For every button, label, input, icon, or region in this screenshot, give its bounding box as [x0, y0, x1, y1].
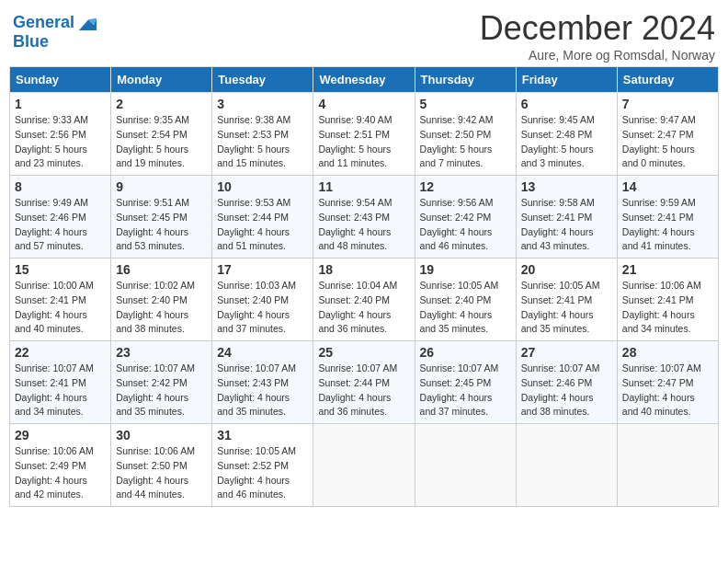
- day-info: Sunrise: 9:45 AM Sunset: 2:48 PM Dayligh…: [521, 114, 595, 168]
- calendar-week-1: 1 Sunrise: 9:33 AM Sunset: 2:56 PM Dayli…: [10, 93, 719, 176]
- calendar-cell: 7 Sunrise: 9:47 AM Sunset: 2:47 PM Dayli…: [617, 93, 718, 176]
- calendar-cell: 10 Sunrise: 9:53 AM Sunset: 2:44 PM Dayl…: [212, 176, 313, 259]
- day-number: 18: [318, 262, 409, 277]
- day-info: Sunrise: 10:07 AM Sunset: 2:45 PM Daylig…: [420, 362, 499, 417]
- calendar-cell: 27 Sunrise: 10:07 AM Sunset: 2:46 PM Day…: [516, 341, 617, 424]
- logo-text: General: [13, 14, 74, 32]
- calendar-cell: 26 Sunrise: 10:07 AM Sunset: 2:45 PM Day…: [415, 341, 516, 424]
- calendar-cell: 14 Sunrise: 9:59 AM Sunset: 2:41 PM Dayl…: [617, 176, 718, 259]
- calendar-cell: 19 Sunrise: 10:05 AM Sunset: 2:40 PM Day…: [415, 259, 516, 341]
- col-header-thursday: Thursday: [415, 67, 516, 93]
- logo-text-blue: Blue: [13, 33, 97, 52]
- day-number: 1: [15, 97, 106, 111]
- day-number: 25: [318, 345, 409, 360]
- page-header: General Blue December 2024 Aure, More og…: [9, 9, 719, 63]
- calendar-cell: 11 Sunrise: 9:54 AM Sunset: 2:43 PM Dayl…: [313, 176, 415, 259]
- calendar-cell: 21 Sunrise: 10:06 AM Sunset: 2:41 PM Day…: [617, 259, 718, 341]
- day-info: Sunrise: 9:56 AM Sunset: 2:42 PM Dayligh…: [420, 197, 494, 251]
- day-number: 6: [521, 97, 612, 111]
- day-info: Sunrise: 9:33 AM Sunset: 2:56 PM Dayligh…: [15, 114, 88, 168]
- day-number: 17: [217, 262, 308, 277]
- calendar-cell: 6 Sunrise: 9:45 AM Sunset: 2:48 PM Dayli…: [516, 93, 617, 176]
- calendar-cell: 22 Sunrise: 10:07 AM Sunset: 2:41 PM Day…: [10, 341, 111, 424]
- day-info: Sunrise: 10:07 AM Sunset: 2:43 PM Daylig…: [217, 362, 296, 417]
- day-number: 29: [15, 428, 106, 442]
- calendar-header-row: SundayMondayTuesdayWednesdayThursdayFrid…: [10, 67, 719, 93]
- day-info: Sunrise: 10:07 AM Sunset: 2:42 PM Daylig…: [116, 362, 195, 417]
- calendar-cell: [617, 424, 718, 507]
- calendar-cell: [313, 424, 415, 507]
- day-number: 12: [420, 179, 511, 194]
- calendar-cell: [415, 424, 516, 507]
- day-info: Sunrise: 9:53 AM Sunset: 2:44 PM Dayligh…: [217, 197, 290, 251]
- location-subtitle: Aure, More og Romsdal, Norway: [480, 48, 715, 63]
- calendar-cell: 15 Sunrise: 10:00 AM Sunset: 2:41 PM Day…: [10, 259, 111, 341]
- month-title: December 2024: [480, 9, 715, 48]
- day-number: 14: [622, 179, 713, 194]
- day-number: 7: [622, 97, 713, 111]
- day-info: Sunrise: 10:05 AM Sunset: 2:52 PM Daylig…: [217, 445, 296, 500]
- day-number: 19: [420, 262, 511, 277]
- calendar-cell: 18 Sunrise: 10:04 AM Sunset: 2:40 PM Day…: [313, 259, 415, 341]
- logo-icon: [76, 13, 97, 33]
- day-number: 27: [521, 345, 612, 360]
- calendar-week-4: 22 Sunrise: 10:07 AM Sunset: 2:41 PM Day…: [10, 341, 719, 424]
- day-number: 15: [15, 262, 106, 277]
- day-number: 23: [116, 345, 207, 360]
- day-info: Sunrise: 9:35 AM Sunset: 2:54 PM Dayligh…: [116, 114, 189, 168]
- day-info: Sunrise: 9:42 AM Sunset: 2:50 PM Dayligh…: [420, 114, 494, 168]
- calendar-cell: 13 Sunrise: 9:58 AM Sunset: 2:41 PM Dayl…: [516, 176, 617, 259]
- day-info: Sunrise: 10:07 AM Sunset: 2:47 PM Daylig…: [622, 362, 701, 417]
- calendar-cell: 20 Sunrise: 10:05 AM Sunset: 2:41 PM Day…: [516, 259, 617, 341]
- calendar-cell: 29 Sunrise: 10:06 AM Sunset: 2:49 PM Day…: [10, 424, 111, 507]
- calendar-cell: 2 Sunrise: 9:35 AM Sunset: 2:54 PM Dayli…: [111, 93, 212, 176]
- col-header-wednesday: Wednesday: [313, 67, 415, 93]
- col-header-friday: Friday: [516, 67, 617, 93]
- day-info: Sunrise: 9:59 AM Sunset: 2:41 PM Dayligh…: [622, 197, 696, 251]
- calendar-table: SundayMondayTuesdayWednesdayThursdayFrid…: [9, 66, 719, 507]
- calendar-cell: 4 Sunrise: 9:40 AM Sunset: 2:51 PM Dayli…: [313, 93, 415, 176]
- calendar-week-2: 8 Sunrise: 9:49 AM Sunset: 2:46 PM Dayli…: [10, 176, 719, 259]
- day-info: Sunrise: 9:54 AM Sunset: 2:43 PM Dayligh…: [318, 197, 392, 251]
- day-number: 26: [420, 345, 511, 360]
- day-info: Sunrise: 9:58 AM Sunset: 2:41 PM Dayligh…: [521, 197, 595, 251]
- day-info: Sunrise: 10:05 AM Sunset: 2:40 PM Daylig…: [420, 280, 499, 334]
- day-info: Sunrise: 10:06 AM Sunset: 2:41 PM Daylig…: [622, 280, 701, 334]
- calendar-cell: 24 Sunrise: 10:07 AM Sunset: 2:43 PM Day…: [212, 341, 313, 424]
- col-header-saturday: Saturday: [617, 67, 718, 93]
- calendar-cell: 9 Sunrise: 9:51 AM Sunset: 2:45 PM Dayli…: [111, 176, 212, 259]
- day-number: 9: [116, 179, 207, 194]
- calendar-cell: 3 Sunrise: 9:38 AM Sunset: 2:53 PM Dayli…: [212, 93, 313, 176]
- day-info: Sunrise: 10:07 AM Sunset: 2:44 PM Daylig…: [318, 362, 397, 417]
- logo: General Blue: [13, 13, 97, 52]
- day-info: Sunrise: 10:04 AM Sunset: 2:40 PM Daylig…: [318, 280, 397, 334]
- day-number: 22: [15, 345, 106, 360]
- day-info: Sunrise: 10:02 AM Sunset: 2:40 PM Daylig…: [116, 280, 195, 334]
- col-header-tuesday: Tuesday: [212, 67, 313, 93]
- calendar-cell: 25 Sunrise: 10:07 AM Sunset: 2:44 PM Day…: [313, 341, 415, 424]
- day-info: Sunrise: 10:06 AM Sunset: 2:50 PM Daylig…: [116, 445, 195, 500]
- calendar-cell: 28 Sunrise: 10:07 AM Sunset: 2:47 PM Day…: [617, 341, 718, 424]
- calendar-cell: 16 Sunrise: 10:02 AM Sunset: 2:40 PM Day…: [111, 259, 212, 341]
- day-number: 11: [318, 179, 409, 194]
- day-info: Sunrise: 10:07 AM Sunset: 2:41 PM Daylig…: [15, 362, 94, 417]
- calendar-cell: 8 Sunrise: 9:49 AM Sunset: 2:46 PM Dayli…: [10, 176, 111, 259]
- title-block: December 2024 Aure, More og Romsdal, Nor…: [480, 9, 715, 63]
- calendar-week-3: 15 Sunrise: 10:00 AM Sunset: 2:41 PM Day…: [10, 259, 719, 341]
- calendar-cell: 23 Sunrise: 10:07 AM Sunset: 2:42 PM Day…: [111, 341, 212, 424]
- day-number: 3: [217, 97, 308, 111]
- day-info: Sunrise: 9:47 AM Sunset: 2:47 PM Dayligh…: [622, 114, 696, 168]
- calendar-week-5: 29 Sunrise: 10:06 AM Sunset: 2:49 PM Day…: [10, 424, 719, 507]
- calendar-cell: 5 Sunrise: 9:42 AM Sunset: 2:50 PM Dayli…: [415, 93, 516, 176]
- day-number: 31: [217, 428, 308, 442]
- calendar-cell: 1 Sunrise: 9:33 AM Sunset: 2:56 PM Dayli…: [10, 93, 111, 176]
- day-info: Sunrise: 9:38 AM Sunset: 2:53 PM Dayligh…: [217, 114, 290, 168]
- day-number: 28: [622, 345, 713, 360]
- calendar-cell: 30 Sunrise: 10:06 AM Sunset: 2:50 PM Day…: [111, 424, 212, 507]
- calendar-cell: [516, 424, 617, 507]
- calendar-cell: 17 Sunrise: 10:03 AM Sunset: 2:40 PM Day…: [212, 259, 313, 341]
- day-number: 30: [116, 428, 207, 442]
- col-header-monday: Monday: [111, 67, 212, 93]
- day-number: 13: [521, 179, 612, 194]
- day-info: Sunrise: 10:03 AM Sunset: 2:40 PM Daylig…: [217, 280, 296, 334]
